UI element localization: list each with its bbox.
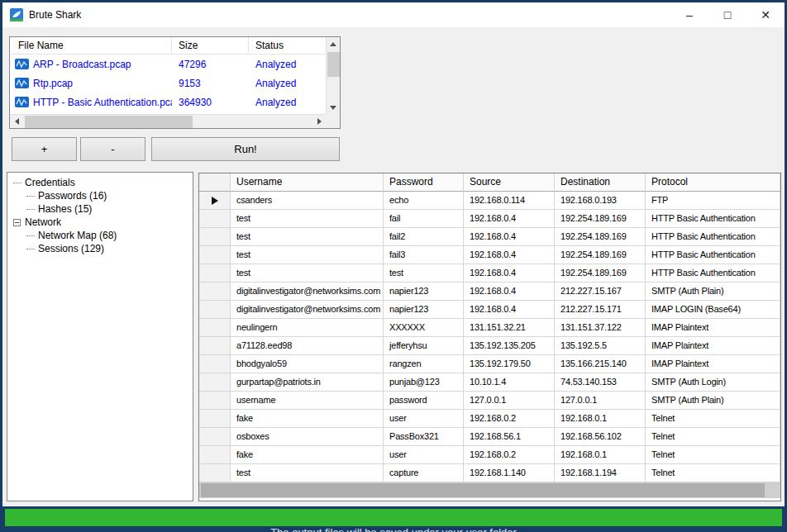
tree-item-network[interactable]: Network <box>7 216 193 229</box>
row-header-cell[interactable] <box>199 464 231 482</box>
cell-source: 131.151.32.21 <box>464 319 555 337</box>
cell-protocol: HTTP Basic Authentication <box>646 228 780 246</box>
cell-password: napier123 <box>384 283 464 301</box>
tree-branch-icon <box>26 196 35 197</box>
row-header-cell[interactable] <box>199 446 231 464</box>
tree-item-hashes-15[interactable]: Hashes (15) <box>7 202 193 216</box>
grid-row[interactable]: gurpartap@patriots.inpunjab@12310.10.1.4… <box>199 373 780 392</box>
grid-row[interactable]: testfail3192.168.0.4192.254.189.169HTTP … <box>199 246 780 264</box>
row-header-cell[interactable] <box>199 283 231 301</box>
cell-password: punjab@123 <box>384 373 464 392</box>
credentials-grid: UsernamePasswordSourceDestinationProtoco… <box>198 173 781 501</box>
tree-item-label: Network Map (68) <box>38 230 117 241</box>
cell-source: 192.168.0.114 <box>464 192 555 210</box>
grid-row[interactable]: a71128.eed98jefferyhsu135.192.135.205135… <box>199 337 780 355</box>
cell-username: test <box>231 210 384 228</box>
grid-row[interactable]: testtest192.168.0.4192.254.189.169HTTP B… <box>199 264 780 283</box>
grid-row[interactable]: digitalinvestigator@networksims.comnapie… <box>199 301 780 319</box>
cell-source: 10.10.1.4 <box>464 373 555 392</box>
tree-item-label: Network <box>25 216 61 228</box>
grid-row[interactable]: digitalinvestigator@networksims.comnapie… <box>199 283 780 301</box>
tree-item-label: Credentials <box>25 177 75 188</box>
file-column-header-file-name[interactable]: File Name <box>10 37 172 54</box>
tree-item-credentials[interactable]: Credentials <box>7 176 193 189</box>
file-row[interactable]: Rtp.pcap9153Analyzed <box>10 74 326 93</box>
app-window: Brute Shark – □ ✕ File NameSizeStatus AR… <box>0 0 787 532</box>
cell-protocol: HTTP Basic Authentication <box>646 210 780 228</box>
grid-row[interactable]: testfail192.168.0.4192.254.189.169HTTP B… <box>199 210 780 228</box>
tree-view: CredentialsPasswords (16)Hashes (15)Netw… <box>7 176 193 255</box>
cell-username: gurpartap@patriots.in <box>231 373 384 392</box>
cell-username: osboxes <box>231 428 384 446</box>
maximize-button[interactable]: □ <box>708 2 746 27</box>
row-header-cell[interactable] <box>199 428 231 446</box>
grid-column-header-password[interactable]: Password <box>384 173 464 192</box>
grid-row[interactable]: osboxesPassBox321192.168.56.1192.168.56.… <box>199 428 780 446</box>
file-list-panel: File NameSizeStatus ARP - Broadcast.pcap… <box>9 36 341 129</box>
tree-item-passwords-16[interactable]: Passwords (16) <box>7 189 193 202</box>
row-header-cell[interactable] <box>199 264 231 283</box>
grid-column-header-protocol[interactable]: Protocol <box>646 173 780 192</box>
row-header-cell[interactable] <box>199 410 231 428</box>
close-button[interactable]: ✕ <box>746 2 785 27</box>
file-column-header-size[interactable]: Size <box>172 37 249 54</box>
grid-row[interactable]: bhodgyalo59rangzen135.192.179.50135.166.… <box>199 355 780 373</box>
run-button[interactable]: Run! <box>151 137 340 161</box>
cell-protocol: Telnet <box>646 410 780 428</box>
cell-protocol: SMTP (Auth Plain) <box>646 283 780 301</box>
tree-item-network-map-68[interactable]: Network Map (68) <box>7 229 193 242</box>
grid-row[interactable]: fakeuser192.168.0.2192.168.0.1Telnet <box>199 446 780 464</box>
cell-password: fail3 <box>384 246 464 264</box>
row-header-cell[interactable] <box>199 192 231 210</box>
cell-protocol: Telnet <box>646 428 780 446</box>
file-list-horizontal-scrollbar[interactable] <box>10 114 326 128</box>
file-name-cell: Rtp.pcap <box>10 78 172 89</box>
row-header-cell[interactable] <box>199 373 231 392</box>
row-header-cell[interactable] <box>199 355 231 373</box>
tree-item-sessions-129[interactable]: Sessions (129) <box>7 242 193 255</box>
grid-scrollbar-thumb[interactable] <box>201 483 765 497</box>
grid-row[interactable]: neulingernXXXXXX131.151.32.21131.151.37.… <box>199 319 780 337</box>
remove-file-button[interactable]: - <box>80 137 145 161</box>
row-header-cell[interactable] <box>199 246 231 264</box>
scroll-up-icon[interactable] <box>327 37 340 50</box>
row-header-cell[interactable] <box>199 392 231 410</box>
horizontal-scrollbar-track[interactable] <box>23 115 312 128</box>
grid-column-header-destination[interactable]: Destination <box>555 173 646 192</box>
minimize-button[interactable]: – <box>670 2 708 27</box>
scroll-right-icon[interactable] <box>312 115 326 128</box>
file-row[interactable]: HTTP - Basic Authentication.pcap364930An… <box>10 93 326 112</box>
vertical-scrollbar-thumb[interactable] <box>327 52 340 77</box>
row-header-cell[interactable] <box>199 319 231 337</box>
grid-horizontal-scrollbar[interactable] <box>199 482 780 498</box>
add-file-button[interactable]: + <box>12 137 77 161</box>
expand-collapse-icon[interactable] <box>13 219 21 226</box>
cell-source: 127.0.0.1 <box>464 392 555 410</box>
file-list-vertical-scrollbar[interactable] <box>326 37 340 114</box>
row-header-cell[interactable] <box>199 337 231 355</box>
cell-source: 135.192.135.205 <box>464 337 555 355</box>
grid-row[interactable]: fakeuser192.168.0.2192.168.0.1Telnet <box>199 410 780 428</box>
file-name-text: HTTP - Basic Authentication.pcap <box>33 97 172 108</box>
grid-row[interactable]: csandersecho192.168.0.114192.168.0.193FT… <box>199 192 780 210</box>
grid-row[interactable]: testcapture192.168.1.140192.168.1.194Tel… <box>199 464 780 482</box>
cell-destination: 192.168.0.1 <box>555 446 646 464</box>
row-header-cell[interactable] <box>199 301 231 319</box>
scroll-down-icon[interactable] <box>327 101 340 114</box>
cell-source: 135.192.179.50 <box>464 355 555 373</box>
row-header-cell[interactable] <box>199 228 231 246</box>
scroll-left-icon[interactable] <box>10 115 23 128</box>
grid-row[interactable]: testfail2192.168.0.4192.254.189.169HTTP … <box>199 228 780 246</box>
grid-row[interactable]: usernamepassword127.0.0.1127.0.0.1SMTP (… <box>199 392 780 410</box>
pcap-file-icon <box>15 59 29 69</box>
cell-protocol: SMTP (Auth Login) <box>646 373 780 392</box>
file-row[interactable]: ARP - Broadcast.pcap47296Analyzed <box>10 55 326 74</box>
row-header-cell[interactable] <box>199 210 231 228</box>
grid-body: csandersecho192.168.0.114192.168.0.193FT… <box>199 192 780 482</box>
cell-source: 192.168.0.2 <box>464 446 555 464</box>
horizontal-scrollbar-thumb[interactable] <box>25 116 193 128</box>
scrollbar-corner <box>326 114 340 128</box>
grid-column-header-username[interactable]: Username <box>231 173 384 192</box>
results-tree-panel: CredentialsPasswords (16)Hashes (15)Netw… <box>7 172 193 501</box>
grid-column-header-source[interactable]: Source <box>464 173 555 192</box>
